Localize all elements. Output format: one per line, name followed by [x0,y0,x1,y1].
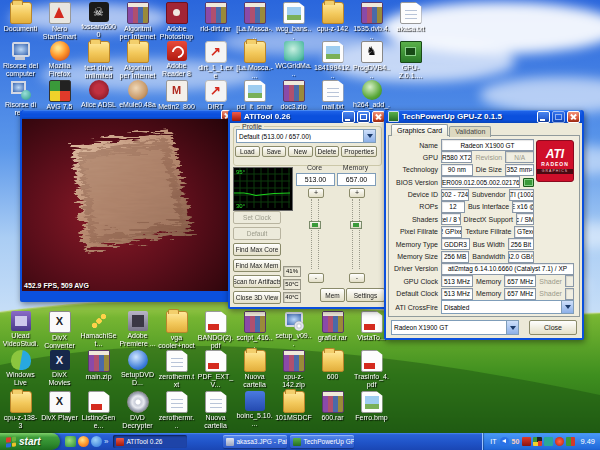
bios-chip-icon[interactable] [523,178,534,187]
desktop-icon[interactable]: Trasinfo_4.pdf [352,350,391,389]
language-bar-arrow-icon[interactable] [500,437,509,446]
desktop-icon[interactable]: 184199412... [313,41,352,81]
desktop-icon[interactable]: 600 [313,350,352,389]
profile-action-button[interactable]: Load [235,146,260,157]
desktop-icon[interactable]: Ulead VideoStudi... [1,311,40,351]
ie-quicklaunch-icon[interactable] [91,436,102,447]
settings-button[interactable]: Settings [346,288,385,302]
crossfire-select[interactable]: Disabled [441,300,574,314]
close-button[interactable]: Close [529,320,577,335]
desktop-icon[interactable]: grafici.rar [313,311,352,351]
gpu-temp-tray-icon[interactable] [566,437,575,446]
desktop-icon[interactable]: Mozilla Firefox [40,41,79,81]
hamachi-quicklaunch-icon[interactable] [65,436,76,447]
atitool-action-button[interactable]: Find Max Core [233,243,281,256]
minimize-icon[interactable] [342,111,355,123]
desktop-icon[interactable]: PDF_EXT_V... [196,350,235,389]
desktop-icon[interactable]: zerotherm.txt [157,350,196,389]
atitool-tray-icon[interactable] [522,437,531,446]
memory-clock-slider[interactable] [350,199,362,269]
profile-action-button[interactable]: Properties [341,146,377,157]
desktop-icon[interactable]: Windows Live Messenger [1,350,40,389]
desktop-icon[interactable]: cpu-z-138-3 [1,391,40,430]
desktop-icon[interactable]: Risorse del computer [1,41,40,81]
profile-select[interactable]: Default (513.00 / 657.00) [236,129,376,143]
desktop-icon[interactable]: Adobe Reader 8 [157,41,196,81]
core-increase-button[interactable]: + [308,188,324,198]
desktop-icon[interactable]: akasa.txt [391,2,430,42]
desktop-icon[interactable]: Ferro.bmp [352,391,391,430]
desktop-icon[interactable]: vga cooler+noctua [157,311,196,351]
minimize-icon[interactable] [537,111,550,123]
desktop-icon[interactable]: fossaro2000 [79,2,118,42]
language-indicator[interactable]: IT [490,438,496,445]
desktop-icon[interactable]: DVD Decrypter [118,391,157,430]
desktop-icon[interactable]: 600.rar [313,391,352,430]
maximize-icon[interactable] [357,111,370,123]
chevron-down-icon[interactable] [506,321,518,334]
mem-button[interactable]: Mem [320,288,345,302]
close-icon[interactable] [567,111,580,123]
core-clock-slider[interactable] [309,199,321,269]
atitool-action-button[interactable]: Default [233,227,281,240]
core-slider-thumb[interactable] [309,221,321,229]
desktop-icon[interactable]: Adobe Premiere ... [118,311,157,351]
desktop-icon[interactable]: 1535.dvb.4... [352,2,391,42]
firefox-quicklaunch-icon[interactable] [78,436,89,447]
chevron-down-icon[interactable] [363,130,375,142]
desktop-icon[interactable]: BANDO(2).pdf [196,311,235,351]
desktop-icon[interactable]: Algoritmi per Internet ... [118,2,157,42]
desktop-icon[interactable]: wcg_bans... [274,2,313,42]
desktop-icon[interactable]: zerothermr... [157,391,196,430]
memory-slider-thumb[interactable] [350,221,362,229]
desktop-icon[interactable]: cpu-z-142 [313,2,352,42]
atitool-action-button[interactable]: Close 3D View [233,291,281,304]
core-clock-field[interactable]: 513.00 [296,173,335,186]
desktop-icon[interactable]: main.zip [79,350,118,389]
taskbar-clock[interactable]: 9.49 [580,437,595,446]
card-select[interactable]: Radeon X1900 GT [391,320,519,335]
render-window-titlebar[interactable] [22,110,234,119]
ati-ccc-tray-icon[interactable] [555,437,564,446]
atitool-action-button[interactable]: Set Clock [233,211,281,224]
desktop-icon[interactable]: ProgDVB4.... [352,41,391,81]
gpuz-tab[interactable]: Validation [449,126,491,137]
desktop-icon[interactable]: WCGridMa... [274,41,313,81]
gpuz-tab[interactable]: Graphics Card [391,124,448,136]
profile-action-button[interactable]: Save [262,146,287,157]
profile-action-button[interactable]: Delete [315,146,340,157]
desktop-icon[interactable]: DivX Converter [40,311,79,351]
desktop-icon[interactable]: GPU-Z.0.1.... [391,41,430,81]
taskbar-task-button[interactable]: TechPowerUp GPU-Z ... [290,435,354,448]
desktop-icon[interactable]: 101MSDCF [274,391,313,430]
desktop-icon[interactable]: script_416... [235,311,274,351]
avg-tray-icon[interactable] [533,437,542,446]
profile-action-button[interactable]: New [288,146,313,157]
atitool-action-button[interactable]: Scan for Artifacts [233,275,281,288]
maximize-icon[interactable] [552,111,565,123]
desktop-icon[interactable]: HamachiSet... [79,311,118,351]
memory-clock-field[interactable]: 657.00 [337,173,376,186]
memory-decrease-button[interactable]: - [349,273,365,283]
atitool-action-button[interactable]: Find Max Mem [233,259,281,272]
desktop-icon[interactable]: Adobe Photoshop ... [157,2,196,42]
desktop-icon[interactable]: boinc_5.10.... [235,391,274,430]
desktop-icon[interactable]: Nuova cartella [235,350,274,389]
core-decrease-button[interactable]: - [308,273,324,283]
desktop-icon[interactable]: Algoritmi per Internet ... [118,41,157,81]
quick-launch-chevron-icon[interactable]: » [104,437,108,446]
gpuz-titlebar[interactable]: TechPowerUp GPU-Z 0.1.5 [386,110,582,123]
desktop-icon[interactable]: Documenti [1,2,40,42]
desktop-icon[interactable]: Nero StartSmart [40,2,79,42]
daemon-tools-tray-icon[interactable] [544,437,553,446]
desktop-icon[interactable]: [La.Mosca.-... [235,41,274,81]
desktop-icon[interactable]: setup_v09... [274,311,313,351]
memory-increase-button[interactable]: + [349,188,365,198]
atitool-titlebar[interactable]: ATITool 0.26 [230,110,387,123]
taskbar-task-button[interactable]: ATITool 0.26 [113,435,187,448]
taskbar-task-button[interactable]: akasa3.JPG - Paint [223,435,287,448]
desktop-icon[interactable]: [La.Mosca-... [235,2,274,42]
desktop-icon[interactable]: rld-dirt.rar [196,2,235,42]
desktop-icon[interactable]: test drive unlimited crack [79,41,118,81]
desktop-icon[interactable]: SetupDVDD... [118,350,157,389]
